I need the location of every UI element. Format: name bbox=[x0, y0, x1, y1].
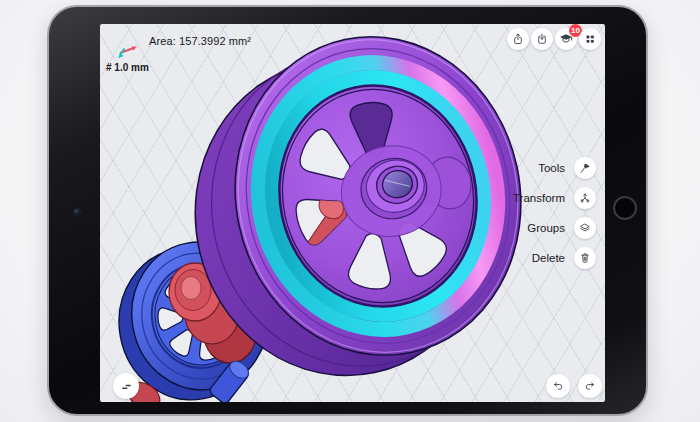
menu-row-delete: Delete bbox=[513, 243, 596, 273]
learn-button[interactable]: 10 bbox=[555, 28, 577, 50]
groups-button[interactable] bbox=[574, 217, 596, 239]
front-camera bbox=[73, 208, 81, 216]
menu-row-tools: Tools bbox=[513, 153, 596, 183]
sketch-axes-icon bbox=[115, 39, 141, 61]
undo-button[interactable] bbox=[546, 374, 570, 398]
menu-label-groups: Groups bbox=[527, 222, 565, 234]
home-button[interactable] bbox=[613, 196, 637, 220]
bottom-right-toolbar bbox=[546, 374, 602, 398]
menu-label-transform: Transform bbox=[513, 192, 565, 204]
top-toolbar: 10 bbox=[507, 28, 601, 50]
list-icon bbox=[119, 379, 134, 394]
trash-icon bbox=[578, 251, 592, 265]
import-icon bbox=[535, 32, 549, 46]
delete-button[interactable] bbox=[574, 247, 596, 269]
area-measurement-label: Area: 157.3992 mm² bbox=[149, 35, 251, 47]
apps-button[interactable] bbox=[579, 28, 601, 50]
apps-grid-icon bbox=[583, 32, 597, 46]
items-panel-button[interactable] bbox=[113, 373, 139, 399]
menu-row-groups: Groups bbox=[513, 213, 596, 243]
redo-button[interactable] bbox=[578, 374, 602, 398]
context-menu: Tools Transform bbox=[513, 153, 596, 273]
share-icon bbox=[511, 32, 525, 46]
redo-icon bbox=[583, 379, 597, 393]
app-screen: Area: 157.3992 mm² # 1.0 mm bbox=[100, 24, 605, 402]
import-button[interactable] bbox=[531, 28, 553, 50]
undo-icon bbox=[551, 379, 565, 393]
grid-size-label: # 1.0 mm bbox=[106, 62, 149, 73]
menu-label-delete: Delete bbox=[532, 252, 565, 264]
share-button[interactable] bbox=[507, 28, 529, 50]
menu-row-transform: Transform bbox=[513, 183, 596, 213]
menu-label-tools: Tools bbox=[538, 162, 565, 174]
transform-gizmo-icon bbox=[578, 191, 592, 205]
ipad-device-frame: Area: 157.3992 mm² # 1.0 mm bbox=[47, 5, 648, 416]
layers-icon bbox=[578, 221, 592, 235]
hammer-icon bbox=[578, 161, 592, 175]
bottom-left-toolbar bbox=[113, 373, 139, 399]
tools-button[interactable] bbox=[574, 157, 596, 179]
transform-button[interactable] bbox=[574, 187, 596, 209]
